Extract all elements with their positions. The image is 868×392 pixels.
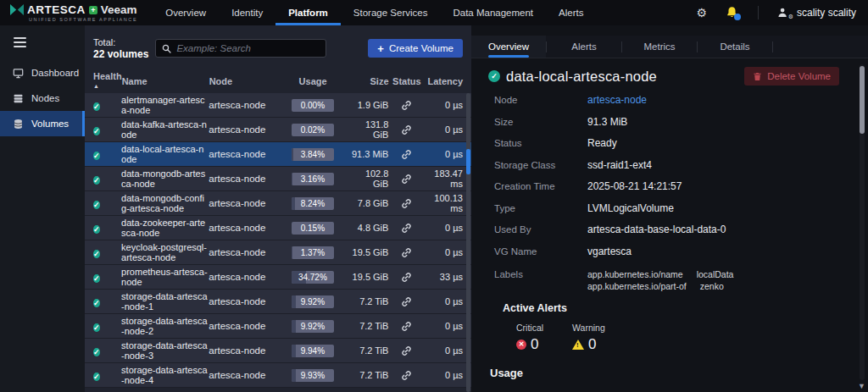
link-icon[interactable]: [401, 247, 412, 258]
usage-bar: 9.92%: [292, 320, 334, 333]
sidebar-item-volumes[interactable]: Volumes: [0, 111, 85, 136]
brand-logo: ARTESCA + Veeam UNIFIED SOFTWARE APPLIAN…: [0, 0, 146, 25]
topbar-divider: [758, 6, 759, 19]
tab-details[interactable]: Details: [698, 36, 772, 58]
field-value: artesca-data-base-local-data-0: [587, 224, 726, 235]
column-header-node[interactable]: Node: [209, 76, 275, 86]
sidebar-item-label: Volumes: [31, 119, 69, 129]
node-link[interactable]: artesca-node: [587, 94, 647, 106]
settings-gear-icon[interactable]: ⚙: [696, 7, 707, 19]
link-icon[interactable]: [401, 149, 412, 160]
volume-size: 19.5 GiB: [351, 247, 389, 257]
delete-volume-label: Delete Volume: [767, 71, 831, 81]
volume-name: data-local-artesca-node: [121, 144, 209, 164]
table-scrollbar-thumb[interactable]: [466, 149, 470, 174]
volume-table-row[interactable]: ✓ data-mongodb-config-artesca-node artes…: [85, 191, 471, 216]
volume-table-row[interactable]: ✓ keycloak-postgresql-artesca-node artes…: [85, 240, 471, 265]
table-scrollbar[interactable]: [466, 93, 470, 392]
sidebar-item-nodes[interactable]: Nodes: [0, 86, 85, 111]
link-icon[interactable]: [401, 345, 412, 356]
tab-alerts[interactable]: Alerts: [547, 36, 621, 58]
link-icon[interactable]: [401, 223, 412, 234]
sidebar-item-dashboard[interactable]: Dashboard: [0, 60, 85, 86]
hamburger-menu-icon[interactable]: [0, 34, 85, 60]
notifications-bell-icon[interactable]: [726, 6, 739, 19]
volume-table-row[interactable]: ✓ prometheus-artesca-node artesca-node 3…: [85, 265, 471, 290]
label-entry: app.kubernetes.io/name localData: [587, 268, 733, 280]
sidebar: Dashboard Nodes Volumes: [0, 25, 85, 392]
volume-name: data-mongodb-artesca-node: [121, 168, 209, 189]
volume-table-row[interactable]: ✓ storage-data-artesca-node-3 artesca-no…: [85, 339, 471, 363]
link-icon[interactable]: [401, 321, 412, 332]
volume-size: 7.2 TiB: [351, 370, 389, 380]
tab-overview[interactable]: Overview: [471, 36, 546, 58]
volume-node: artesca-node: [209, 247, 275, 257]
volume-table-row[interactable]: ✓ alertmanager-artesca-node artesca-node…: [85, 93, 471, 118]
volume-latency: 100.13 ms: [425, 193, 463, 213]
status-cell: [388, 345, 425, 356]
detail-scrollbar[interactable]: [860, 64, 865, 380]
sort-asc-icon: ▲: [93, 83, 99, 89]
notification-badge: [734, 14, 741, 20]
tab-separator: [772, 41, 773, 52]
usage-cell: 34.72%: [275, 271, 351, 284]
health-cell: ✓: [93, 269, 121, 284]
create-volume-button[interactable]: + Create Volume: [368, 39, 463, 58]
status-cell: [388, 296, 425, 307]
detail-scrollbar-thumb[interactable]: [860, 66, 865, 134]
link-icon[interactable]: [401, 198, 412, 209]
warning-count: 0: [588, 336, 596, 353]
volume-latency: 0 µs: [425, 124, 463, 135]
link-icon[interactable]: [401, 124, 412, 135]
plus-icon: +: [377, 42, 384, 55]
volume-table-row[interactable]: ✓ data-mongodb-artesca-node artesca-node…: [85, 167, 471, 191]
check-circle-icon: ✓: [93, 201, 100, 209]
usage-cell: 9.94%: [275, 345, 351, 357]
volume-table-row[interactable]: ✓ storage-data-artesca-node-1 artesca-no…: [85, 290, 471, 314]
user-menu[interactable]: ⚙ scality scality: [777, 7, 856, 19]
check-circle-icon: ✓: [93, 102, 100, 111]
column-header-size[interactable]: Size: [351, 76, 389, 86]
critical-alerts: Critical ✕ 0: [516, 323, 543, 353]
column-header-latency[interactable]: Latency: [425, 76, 463, 86]
scroll-down-arrow-icon[interactable]: ▼: [858, 382, 865, 390]
volume-latency: 0 µs: [425, 247, 463, 257]
main-area: Dashboard Nodes Volumes Total: 22 volume…: [0, 25, 868, 392]
link-icon[interactable]: [401, 100, 412, 111]
volume-node: artesca-node: [209, 174, 275, 184]
link-icon[interactable]: [401, 370, 412, 381]
usage-cell: 0.02%: [275, 124, 351, 136]
delete-volume-button[interactable]: Delete Volume: [744, 67, 839, 86]
top-nav-platform[interactable]: Platform: [275, 0, 341, 25]
usage-bar: 34.72%: [292, 271, 334, 284]
top-nav-alerts[interactable]: Alerts: [546, 0, 596, 25]
column-header-status[interactable]: Status: [389, 76, 426, 86]
column-header-usage[interactable]: Usage: [275, 76, 350, 86]
label-entry-value: localData: [697, 268, 734, 280]
volume-table-row[interactable]: ✓ data-local-artesca-node artesca-node 3…: [85, 142, 471, 167]
volume-table-row[interactable]: ✓ storage-data-artesca-node-2 artesca-no…: [85, 314, 471, 339]
search-box[interactable]: [155, 39, 326, 58]
column-header-health[interactable]: Health ▲: [93, 71, 122, 91]
top-nav-identity[interactable]: Identity: [219, 0, 275, 25]
link-icon[interactable]: [401, 174, 412, 185]
field-key: VG Name: [494, 246, 587, 257]
alert-stats: Critical ✕ 0 Warning ! 0: [516, 323, 851, 353]
check-circle-icon: ✓: [93, 299, 100, 307]
volume-table-row[interactable]: ✓ storage-data-artesca-node-4 artesca-no…: [85, 363, 471, 388]
tab-metrics[interactable]: Metrics: [622, 36, 697, 58]
column-header-name[interactable]: Name: [122, 76, 209, 86]
warning-icon: !: [572, 340, 584, 350]
volume-node: artesca-node: [209, 321, 275, 331]
top-nav-storage-services[interactable]: Storage Services: [341, 0, 441, 25]
volume-name: storage-data-artesca-node-4: [121, 365, 209, 385]
usage-bar: 3.84%: [292, 148, 334, 161]
volume-node: artesca-node: [209, 272, 275, 282]
top-nav-data-management[interactable]: Data Management: [440, 0, 546, 25]
volume-table-row[interactable]: ✓ data-zookeeper-artesca-node artesca-no…: [85, 216, 471, 240]
search-input[interactable]: [176, 43, 320, 53]
link-icon[interactable]: [401, 296, 412, 307]
volume-table-row[interactable]: ✓ data-kafka-artesca-node artesca-node 0…: [85, 118, 471, 142]
top-nav-overview[interactable]: Overview: [153, 0, 219, 25]
link-icon[interactable]: [401, 272, 412, 283]
